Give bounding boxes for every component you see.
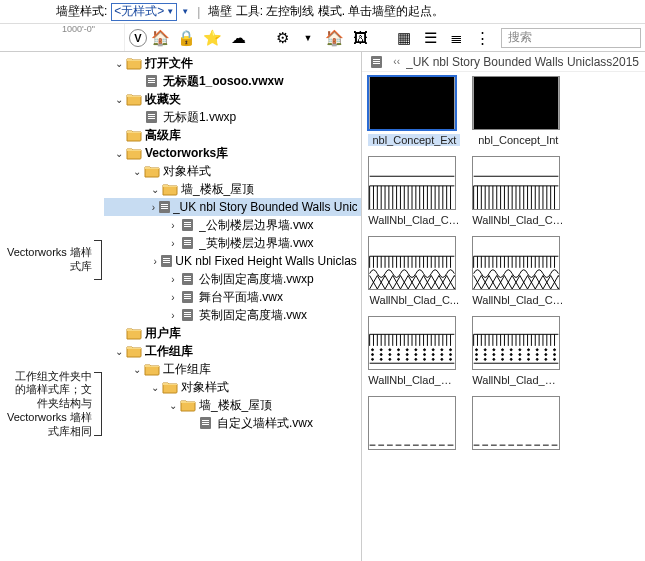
svg-point-255 — [554, 358, 556, 360]
svg-line-146 — [559, 276, 560, 289]
resource-tree[interactable]: ⌄打开文件·无标题1_oosoo.vwxw⌄收藏夹·无标题1.vwxp·高级库⌄… — [104, 52, 362, 561]
star-icon[interactable]: ⭐ — [199, 26, 225, 50]
tree-row[interactable]: ›_英制楼层边界墙.vwx — [104, 234, 361, 252]
detail-view-icon[interactable]: ≣ — [443, 26, 469, 50]
disclosure-open-icon[interactable]: ⌄ — [112, 94, 126, 105]
preview-thumbnail — [368, 156, 456, 210]
tree-row[interactable]: ⌄Vectorworks库 — [104, 144, 361, 162]
disclosure-closed-icon[interactable]: › — [166, 274, 180, 285]
svg-point-187 — [424, 354, 426, 356]
tree-row[interactable]: ⌄工作组库 — [104, 342, 361, 360]
preview-label: WallNbl_Clad_Ct... — [472, 294, 564, 306]
svg-rect-0 — [370, 77, 455, 129]
tree-row[interactable]: ·无标题1_oosoo.vwxw — [104, 72, 361, 90]
svg-point-248 — [493, 358, 495, 360]
style-select[interactable]: <无样式> ▼ — [111, 3, 177, 21]
back-caret-icon[interactable]: ‹‹ — [393, 56, 400, 67]
svg-point-176 — [415, 349, 417, 351]
preview-label: nbl_Concept_Ext — [368, 134, 460, 146]
chevron-down-icon: ▼ — [166, 7, 174, 16]
tree-row[interactable]: ⌄对象样式 — [104, 162, 361, 180]
disclosure-open-icon[interactable]: ⌄ — [112, 58, 126, 69]
svg-point-174 — [398, 349, 400, 351]
preview-item[interactable]: WallNbl_Clad_Co... — [472, 156, 564, 226]
tool-hint: 墙壁 工具: 左控制线 模式. 单击墙壁的起点。 — [208, 3, 444, 20]
svg-line-97 — [455, 276, 456, 289]
preview-item[interactable]: WallNbl_Clad_Ct... — [472, 236, 564, 306]
folder-icon — [126, 92, 142, 106]
tree-label: 对象样式 — [181, 379, 229, 396]
preview-label: nbl_Concept_Int — [472, 134, 564, 146]
chevron-down-icon[interactable]: ▼ — [295, 26, 321, 50]
tree-row[interactable]: ⌄墙_楼板_屋顶 — [104, 180, 361, 198]
disclosure-open-icon[interactable]: ⌄ — [148, 184, 162, 195]
tree-row[interactable]: ⌄对象样式 — [104, 378, 361, 396]
tree-row[interactable]: ›UK nbl Fixed Height Walls Uniclass2015.… — [104, 252, 361, 270]
preview-item[interactable]: nbl_Concept_Int — [472, 76, 564, 146]
disclosure-closed-icon[interactable]: › — [166, 310, 180, 321]
disclosure-closed-icon[interactable]: › — [166, 292, 180, 303]
tree-row[interactable]: ⌄打开文件 — [104, 54, 361, 72]
tree-label: _公制楼层边界墙.vwx — [199, 217, 314, 234]
house-icon[interactable]: 🏠 — [321, 26, 347, 50]
disclosure-open-icon[interactable]: ⌄ — [112, 148, 126, 159]
outline-view-icon[interactable]: ⋮ — [469, 26, 495, 50]
doc-icon — [198, 416, 214, 430]
disclosure-open-icon[interactable]: ⌄ — [130, 166, 144, 177]
tree-row[interactable]: ›英制固定高度墙.vwx — [104, 306, 361, 324]
tree-row[interactable]: ·自定义墙样式.vwx — [104, 414, 361, 432]
tree-row[interactable]: ·用户库 — [104, 324, 361, 342]
svg-point-230 — [511, 349, 513, 351]
list-view-icon[interactable]: ☰ — [417, 26, 443, 50]
svg-rect-1 — [474, 77, 559, 129]
disclosure-closed-icon[interactable]: › — [166, 220, 180, 231]
svg-point-184 — [398, 354, 400, 356]
svg-point-250 — [511, 358, 513, 360]
preview-item[interactable]: WallNbl_Clad_Wt... — [472, 316, 564, 386]
preview-item[interactable]: WallNbl_Clad_Wt... — [368, 316, 460, 386]
cloud-icon[interactable]: ☁ — [225, 26, 251, 50]
disclosure-open-icon[interactable]: ⌄ — [148, 382, 162, 393]
disclosure-closed-icon[interactable]: › — [150, 256, 160, 267]
tree-label: 高级库 — [145, 127, 181, 144]
preview-item[interactable]: WallNbl_Clad_Co... — [368, 156, 460, 226]
open-files-icon[interactable]: 🏠 — [147, 26, 173, 50]
disclosure-closed-icon[interactable]: › — [148, 202, 158, 213]
tree-row[interactable]: ›舞台平面墙.vwx — [104, 288, 361, 306]
gear-icon[interactable]: ⚙ — [269, 26, 295, 50]
tree-row[interactable]: ›_公制楼层边界墙.vwx — [104, 216, 361, 234]
tree-row[interactable]: ⌄工作组库 — [104, 360, 361, 378]
tree-row[interactable]: ⌄收藏夹 — [104, 90, 361, 108]
folder-icon — [144, 164, 160, 178]
preview-thumbnail — [368, 76, 456, 130]
tree-label: _UK nbl Story Bounded Walls Uniclass2015… — [173, 200, 357, 214]
doc-icon — [160, 254, 172, 268]
svg-point-200 — [450, 358, 452, 360]
preview-item[interactable]: nbl_Concept_Ext — [368, 76, 460, 146]
style-dropdown-extra-icon[interactable]: ▼ — [181, 7, 189, 16]
tree-label: 墙_楼板_屋顶 — [199, 397, 272, 414]
lock-icon[interactable]: 🔒 — [173, 26, 199, 50]
disclosure-open-icon[interactable]: ⌄ — [130, 364, 144, 375]
disclosure-open-icon[interactable]: ⌄ — [112, 346, 126, 357]
svg-line-145 — [559, 276, 560, 289]
tree-row[interactable]: ·高级库 — [104, 126, 361, 144]
picture-icon[interactable]: 🖼 — [347, 26, 373, 50]
preview-item[interactable] — [368, 396, 460, 454]
v-icon[interactable]: V — [129, 29, 147, 47]
disclosure-open-icon[interactable]: ⌄ — [166, 400, 180, 411]
preview-thumbnail — [368, 396, 456, 450]
search-input[interactable]: 搜索 — [501, 28, 641, 48]
tree-row[interactable]: ›_UK nbl Story Bounded Walls Uniclass201… — [104, 198, 361, 216]
thumbnail-view-icon[interactable]: ▦ — [391, 26, 417, 50]
preview-item[interactable]: WallNbl_Clad_C... — [368, 236, 460, 306]
tree-row[interactable]: ·无标题1.vwxp — [104, 108, 361, 126]
svg-point-236 — [476, 354, 478, 356]
preview-item[interactable] — [472, 396, 564, 454]
svg-point-192 — [381, 358, 383, 360]
disclosure-none: · — [130, 76, 144, 87]
tree-row[interactable]: ›公制固定高度墙.vwxp — [104, 270, 361, 288]
tree-row[interactable]: ⌄墙_楼板_屋顶 — [104, 396, 361, 414]
disclosure-closed-icon[interactable]: › — [166, 238, 180, 249]
doc-icon — [180, 236, 196, 250]
